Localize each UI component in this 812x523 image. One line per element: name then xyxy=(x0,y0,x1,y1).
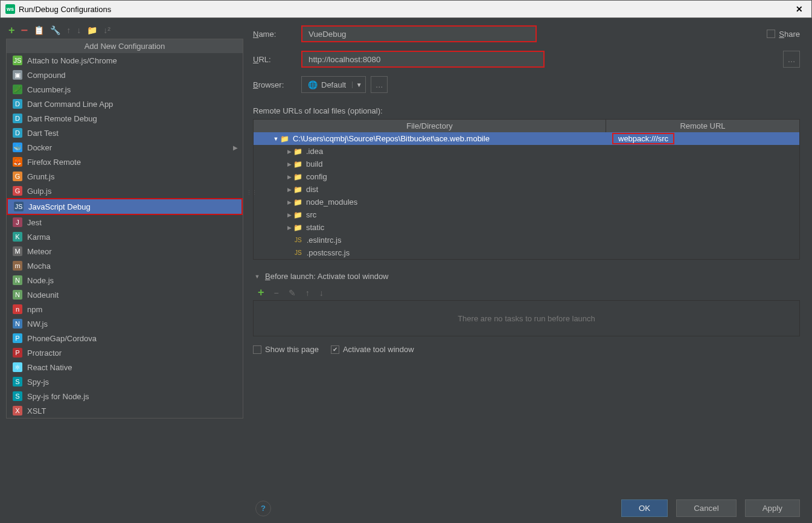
share-checkbox[interactable]: Share xyxy=(767,30,800,39)
config-item-cucumber-js[interactable]: 🥒Cucumber.js xyxy=(7,82,243,97)
url-more-button[interactable]: … xyxy=(783,51,800,68)
config-item-meteor[interactable]: MMeteor xyxy=(7,244,243,258)
down-icon[interactable]: ↓ xyxy=(77,25,81,35)
expand-icon[interactable]: ▶ xyxy=(285,225,293,231)
config-item-node-js[interactable]: NNode.js xyxy=(7,273,243,287)
config-item-spy-js[interactable]: SSpy-js xyxy=(7,374,243,389)
collapse-gutter-icon[interactable]: ⋮⋮ xyxy=(246,190,257,196)
tree-row[interactable]: ▶📁build xyxy=(254,158,799,170)
config-item-react-native[interactable]: ⚛React Native xyxy=(7,360,243,374)
expand-icon[interactable]: ▶ xyxy=(285,199,293,205)
config-label: Dart Remote Debug xyxy=(27,114,97,123)
tree-item-label: .postcssrc.js xyxy=(307,248,350,257)
help-button[interactable]: ? xyxy=(255,501,271,516)
remove-icon[interactable]: − xyxy=(21,27,28,34)
browser-label: Browser: xyxy=(253,80,296,89)
folder-icon[interactable]: 📁 xyxy=(87,25,97,35)
apply-button[interactable]: Apply xyxy=(745,499,800,517)
config-label: Spy-js xyxy=(27,377,49,387)
config-item-javascript-debug[interactable]: JSJavaScript Debug xyxy=(7,198,243,215)
content-panel: Name: Share URL: … Browser: 🌐Default ▼ …… xyxy=(249,18,812,523)
browser-select[interactable]: 🌐Default ▼ xyxy=(301,76,366,93)
tree-item-label: node_modules xyxy=(306,197,357,207)
config-item-grunt-js[interactable]: GGrunt.js xyxy=(7,169,243,184)
tree-row[interactable]: JS.eslintrc.js xyxy=(254,234,799,246)
config-item-karma[interactable]: KKarma xyxy=(7,229,243,244)
tree-row[interactable]: ▶📁static xyxy=(254,221,799,234)
config-item-npm[interactable]: nnpm xyxy=(7,302,243,316)
config-item-gulp-js[interactable]: GGulp.js xyxy=(7,184,243,198)
config-label: Mocha xyxy=(27,262,51,271)
config-list-header: Add New Configuration xyxy=(7,39,243,53)
config-item-dart-remote-debug[interactable]: DDart Remote Debug xyxy=(7,111,243,126)
config-item-jest[interactable]: JJest xyxy=(7,215,243,229)
tree-row[interactable]: JS.postcssrc.js xyxy=(254,246,799,259)
bl-down-icon[interactable]: ↓ xyxy=(319,288,324,298)
tree-item-label: build xyxy=(306,159,322,168)
folder-icon: 📁 xyxy=(293,185,302,194)
bl-add-icon[interactable]: + xyxy=(258,288,264,298)
bl-edit-icon[interactable]: ✎ xyxy=(289,288,296,298)
config-item-protractor[interactable]: PProtractor xyxy=(7,345,243,360)
config-item-nodeunit[interactable]: NNodeunit xyxy=(7,287,243,302)
remote-urls-label: Remote URLs of local files (optional): xyxy=(253,106,800,115)
config-item-firefox-remote[interactable]: 🦊Firefox Remote xyxy=(7,155,243,169)
tree-row[interactable]: ▶📁node_modules xyxy=(254,196,799,208)
activate-window-checkbox[interactable]: ✔Activate tool window xyxy=(331,345,414,354)
settings-icon[interactable]: 🔧 xyxy=(50,25,60,35)
cancel-button[interactable]: Cancel xyxy=(676,499,737,517)
config-item-dart-command-line-app[interactable]: DDart Command Line App xyxy=(7,97,243,111)
tree-row[interactable]: ▶📁dist xyxy=(254,183,799,196)
remote-url-value[interactable]: webpack:///src xyxy=(612,133,674,144)
config-label: Karma xyxy=(27,233,50,242)
expand-icon[interactable]: ▶ xyxy=(285,174,293,180)
config-item-nw-js[interactable]: NNW.js xyxy=(7,316,243,331)
config-icon: 🥒 xyxy=(13,85,22,94)
tree-root-row[interactable]: ▼📁C:\Users\cqmbj\Source\Repos\Bitbucket\… xyxy=(254,132,799,145)
before-launch-header: Before launch: Activate tool window xyxy=(265,272,389,281)
tree-row[interactable]: ▶📁src xyxy=(254,208,799,221)
config-item-phonegap-cordova[interactable]: PPhoneGap/Cordova xyxy=(7,331,243,345)
up-icon[interactable]: ↑ xyxy=(66,25,71,35)
close-icon[interactable]: ✕ xyxy=(792,4,807,14)
tree-header: File/Directory Remote URL xyxy=(254,120,799,132)
expand-icon[interactable]: ▶ xyxy=(285,187,293,193)
add-icon[interactable]: + xyxy=(8,26,15,34)
show-page-checkbox[interactable]: Show this page xyxy=(253,345,319,354)
url-input[interactable] xyxy=(301,51,545,68)
config-label: NW.js xyxy=(27,319,48,329)
config-label: npm xyxy=(27,305,42,314)
config-item-attach-to-node-js-chrome[interactable]: JSAttach to Node.js/Chrome xyxy=(7,53,243,68)
config-item-mocha[interactable]: mMocha xyxy=(7,258,243,273)
config-label: Compound xyxy=(27,71,66,80)
tree-row[interactable]: ▶📁config xyxy=(254,170,799,183)
config-label: Meteor xyxy=(27,247,51,256)
name-input[interactable] xyxy=(301,25,537,42)
tree-row[interactable]: ▶📁.idea xyxy=(254,145,799,158)
config-item-xslt[interactable]: XXSLT xyxy=(7,403,243,418)
tree-item-label: static xyxy=(306,223,324,232)
bl-remove-icon[interactable]: − xyxy=(274,288,279,298)
app-icon: ws xyxy=(5,4,15,14)
config-label: Firefox Remote xyxy=(27,158,81,167)
config-item-dart-test[interactable]: DDart Test xyxy=(7,126,243,140)
expand-icon[interactable]: ▶ xyxy=(285,149,293,155)
collapse-icon[interactable]: ▼ xyxy=(253,274,261,280)
config-item-spy-js-for-node-js[interactable]: SSpy-js for Node.js xyxy=(7,389,243,403)
file-tree: ⋮⋮ File/Directory Remote URL ▼📁C:\Users\… xyxy=(253,119,800,260)
expand-icon[interactable]: ▼ xyxy=(272,136,280,142)
copy-icon[interactable]: 📋 xyxy=(34,25,44,35)
config-label: React Native xyxy=(27,363,72,372)
expand-icon[interactable]: ▶ xyxy=(285,161,293,167)
tree-item-label: dist xyxy=(306,185,318,194)
bl-up-icon[interactable]: ↑ xyxy=(305,288,310,298)
config-icon: D xyxy=(13,128,22,138)
sort-icon[interactable]: ↓² xyxy=(103,25,110,35)
expand-icon[interactable]: ▶ xyxy=(285,212,293,218)
browser-more-button[interactable]: … xyxy=(371,76,388,93)
config-label: Docker xyxy=(27,143,52,152)
config-label: Grunt.js xyxy=(27,172,55,181)
ok-button[interactable]: OK xyxy=(621,499,668,517)
config-item-compound[interactable]: ▣Compound xyxy=(7,68,243,82)
config-item-docker[interactable]: 🐳Docker▶ xyxy=(7,140,243,155)
